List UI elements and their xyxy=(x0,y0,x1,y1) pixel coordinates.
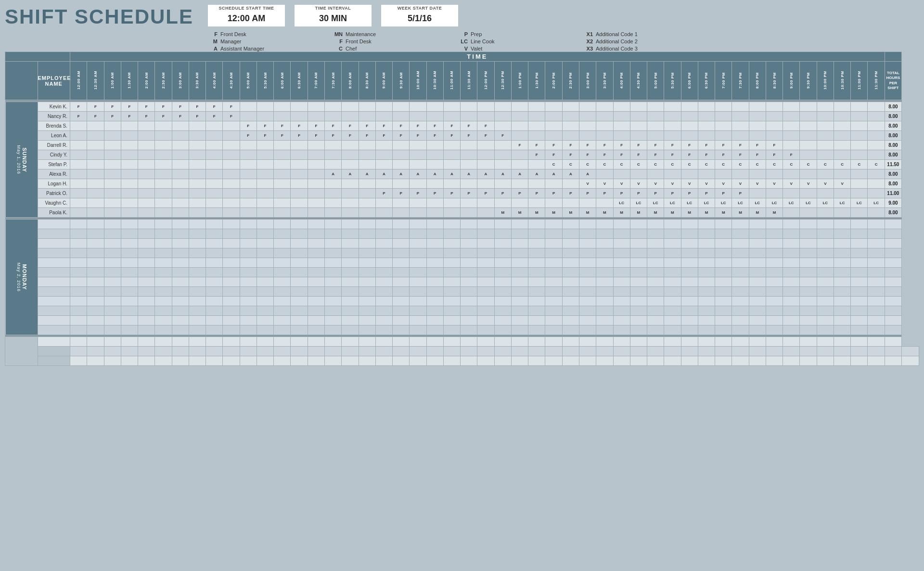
time-slot-cell xyxy=(87,189,104,198)
time-slot-cell xyxy=(189,121,205,131)
time-slot-cell: F xyxy=(562,150,579,160)
time-slot-cell xyxy=(70,189,87,198)
empty-cell xyxy=(511,356,528,366)
legend-item: M Manager xyxy=(208,39,333,44)
time-slot-cell xyxy=(477,220,494,229)
time-slot-cell xyxy=(698,268,715,277)
time-slot-cell xyxy=(308,277,324,287)
time-slot-cell xyxy=(868,141,885,150)
time-slot-cell xyxy=(257,179,273,189)
time-slot-cell xyxy=(613,229,630,239)
time-slot-cell xyxy=(342,141,359,150)
empty-cell xyxy=(172,356,189,366)
time-slot-cell xyxy=(189,229,205,239)
time-slot-cell xyxy=(715,112,732,121)
time-slot-cell xyxy=(138,131,155,141)
time-slot-cell xyxy=(681,325,698,335)
time-slot-cell: LC xyxy=(698,198,715,208)
empty-cell xyxy=(104,337,121,347)
time-slot-cell xyxy=(274,189,291,198)
table-row xyxy=(5,347,919,356)
empty-cell xyxy=(562,347,579,356)
time-slot-cell xyxy=(87,297,104,306)
time-slot-cell xyxy=(766,220,783,229)
time-slot-cell xyxy=(834,220,850,229)
time-slot-cell: F xyxy=(257,121,273,131)
time-slot-cell xyxy=(511,198,528,208)
time-slot-cell xyxy=(138,258,155,268)
time-slot-cell xyxy=(681,131,698,141)
time-slot-cell xyxy=(410,179,426,189)
time-slot-cell xyxy=(461,325,477,335)
time-col-header-19: 9:30 AM xyxy=(393,62,410,100)
time-slot-cell xyxy=(766,277,783,287)
time-slot-cell xyxy=(477,102,494,112)
time-slot-cell: F xyxy=(172,102,189,112)
time-slot-cell xyxy=(324,316,341,325)
time-slot-cell: A xyxy=(494,169,511,179)
time-slot-cell xyxy=(257,141,273,150)
time-slot-cell xyxy=(749,306,766,316)
time-slot-cell xyxy=(172,198,189,208)
time-slot-cell xyxy=(359,268,375,277)
time-slot-cell xyxy=(511,220,528,229)
time-slot-cell xyxy=(104,150,121,160)
time-slot-cell xyxy=(528,112,545,121)
time-slot-cell xyxy=(291,141,308,150)
time-slot-cell xyxy=(443,179,460,189)
time-col-header-9: 4:30 AM xyxy=(223,62,240,100)
time-slot-cell xyxy=(121,277,138,287)
time-slot-cell xyxy=(800,112,817,121)
time-slot-cell: V xyxy=(596,179,613,189)
time-slot-cell xyxy=(834,239,850,248)
time-slot-cell xyxy=(223,189,240,198)
time-slot-cell xyxy=(800,258,817,268)
time-col-header-41: 8:30 PM xyxy=(766,62,783,100)
time-slot-cell xyxy=(155,150,172,160)
time-slot-cell: C xyxy=(698,160,715,169)
time-slot-cell xyxy=(308,150,324,160)
empty-cell xyxy=(613,356,630,366)
time-col-header-27: 1:30 PM xyxy=(528,62,545,100)
total-hours-spacer xyxy=(885,52,901,62)
time-slot-cell: P xyxy=(545,189,562,198)
employee-name-cell xyxy=(38,248,70,258)
time-slot-cell: LC xyxy=(868,198,885,208)
time-slot-cell xyxy=(579,297,596,306)
time-slot-cell xyxy=(477,316,494,325)
time-slot-cell xyxy=(579,220,596,229)
time-col-header-2: 1:00 AM xyxy=(104,62,121,100)
time-slot-cell xyxy=(698,277,715,287)
time-slot-cell xyxy=(189,141,205,150)
time-slot-cell: LC xyxy=(664,198,681,208)
time-slot-cell: F xyxy=(461,131,477,141)
time-slot-cell xyxy=(393,160,410,169)
employee-name-cell xyxy=(38,229,70,239)
time-slot-cell: M xyxy=(596,208,613,218)
empty-cell xyxy=(443,337,460,347)
time-slot-cell xyxy=(851,239,868,248)
time-slot-cell xyxy=(291,287,308,297)
time-slot-cell xyxy=(410,248,426,258)
time-slot-cell xyxy=(87,131,104,141)
time-slot-cell xyxy=(868,220,885,229)
time-slot-cell xyxy=(834,141,850,150)
time-slot-cell xyxy=(223,220,240,229)
time-slot-cell xyxy=(240,220,257,229)
total-hours-cell xyxy=(885,239,901,248)
time-slot-cell xyxy=(579,121,596,131)
time-slot-cell xyxy=(70,268,87,277)
time-col-header-36: 6:00 PM xyxy=(681,62,698,100)
time-slot-cell xyxy=(375,102,392,112)
table-row: Vaughn C.LCLCLCLCLCLCLCLCLCLCLCLCLCLCLCL… xyxy=(5,198,919,208)
time-slot-cell xyxy=(800,325,817,335)
time-interval-label: TIME INTERVAL xyxy=(295,5,372,12)
empty-cell xyxy=(800,347,817,356)
time-slot-cell: F xyxy=(647,141,664,150)
empty-cell xyxy=(342,337,359,347)
time-slot-cell xyxy=(681,248,698,258)
time-slot-cell xyxy=(749,189,766,198)
time-slot-cell xyxy=(851,316,868,325)
time-slot-cell xyxy=(324,179,341,189)
empty-cell xyxy=(70,356,87,366)
